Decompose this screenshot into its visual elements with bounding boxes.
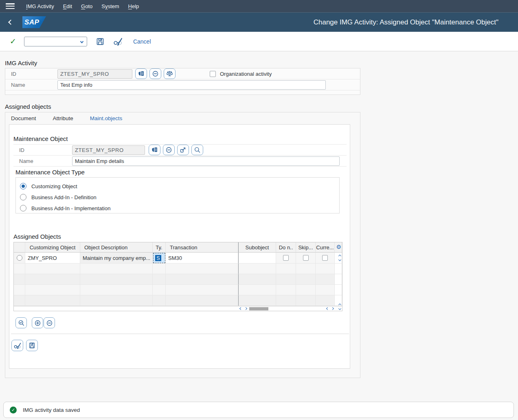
menu-edit[interactable]: Edit bbox=[63, 3, 72, 9]
img-activity-id-field[interactable] bbox=[57, 69, 132, 79]
assigned-objects-table: Customizing Object Object Description Ty… bbox=[13, 242, 342, 311]
display-change-icon[interactable] bbox=[113, 37, 123, 46]
menu-help[interactable]: Help bbox=[128, 3, 139, 9]
column-subobject[interactable]: Subobject bbox=[238, 242, 276, 253]
search-icon[interactable] bbox=[191, 145, 203, 155]
name-label: Name bbox=[13, 158, 72, 164]
radio-badi-implementation[interactable] bbox=[20, 205, 26, 211]
assigned-objects-table-heading: Assigned Objects bbox=[13, 233, 61, 240]
id-label: ID bbox=[13, 147, 72, 153]
column-skip[interactable]: Skip... bbox=[296, 242, 316, 253]
save-icon[interactable] bbox=[96, 37, 104, 46]
page-title: Change IMG Activity: Assigned Object "Ma… bbox=[314, 13, 498, 32]
assign-object-icon[interactable] bbox=[135, 68, 147, 79]
scroll-right-icon[interactable] bbox=[331, 307, 334, 310]
cancel-button[interactable]: Cancel bbox=[133, 38, 151, 45]
vertical-scroll-up-down[interactable] bbox=[339, 304, 341, 310]
maintenance-object-heading: Maintenance Object bbox=[13, 135, 68, 142]
column-type[interactable]: Ty. bbox=[153, 242, 166, 253]
application-toolbar: ✓ Cancel bbox=[0, 32, 518, 51]
hscroll-thumb[interactable] bbox=[249, 307, 268, 310]
bottom-toolbar bbox=[11, 340, 38, 351]
scroll-right-icon[interactable] bbox=[244, 307, 247, 310]
insert-row-icon[interactable] bbox=[32, 317, 43, 328]
delete-row-icon[interactable] bbox=[44, 317, 55, 328]
cell-type-selected[interactable]: S bbox=[153, 253, 166, 264]
column-do-not[interactable]: Do n.. bbox=[276, 242, 296, 253]
do-not-checkbox[interactable] bbox=[283, 255, 289, 261]
assigned-objects-heading: Assigned objects bbox=[5, 103, 51, 110]
back-icon[interactable] bbox=[9, 19, 13, 25]
id-label: ID bbox=[5, 71, 57, 77]
vertical-scroll-up-down[interactable] bbox=[339, 255, 341, 261]
radio-customizing-object[interactable] bbox=[20, 183, 26, 189]
column-transaction[interactable]: Transaction bbox=[166, 242, 238, 253]
status-text: IMG activity data saved bbox=[23, 407, 80, 413]
column-customizing-object[interactable]: Customizing Object bbox=[25, 242, 80, 253]
organizational-activity-checkbox[interactable] bbox=[210, 71, 216, 77]
skip-checkbox[interactable] bbox=[303, 255, 309, 261]
radio-badi-definition[interactable] bbox=[20, 194, 26, 200]
img-activity-heading: IMG Activity bbox=[5, 59, 37, 66]
cell-current[interactable] bbox=[316, 253, 335, 264]
display-change-icon[interactable] bbox=[11, 340, 23, 351]
menu-img-activity[interactable]: IMG Activity bbox=[26, 3, 54, 9]
vscroll-top bbox=[335, 253, 342, 264]
header-bar: SAP Change IMG Activity: Assigned Object… bbox=[0, 12, 518, 32]
tab-content-panel: Maintenance Object ID Name Maintenance O… bbox=[9, 124, 350, 369]
maintenance-object-name-field[interactable] bbox=[72, 156, 340, 166]
cell-subobject[interactable] bbox=[238, 253, 276, 264]
save-icon[interactable] bbox=[26, 340, 38, 351]
cell-do-not[interactable] bbox=[276, 253, 296, 264]
column-selector[interactable] bbox=[14, 242, 25, 253]
scroll-left-icon[interactable] bbox=[326, 307, 329, 310]
cell-object-description[interactable]: Maintain my company emp... bbox=[80, 253, 153, 264]
navigate-object-icon[interactable] bbox=[177, 145, 189, 155]
menu-system[interactable]: System bbox=[101, 3, 119, 9]
cell-transaction[interactable]: SM30 bbox=[166, 253, 238, 264]
img-activity-group: ID Organizational activity Name bbox=[5, 68, 360, 95]
cell-skip[interactable] bbox=[296, 253, 316, 264]
horizontal-scrollbar[interactable] bbox=[14, 306, 342, 311]
radio-label: Customizing Object bbox=[31, 183, 77, 189]
table-toolbar bbox=[15, 317, 55, 328]
assign-object-icon[interactable] bbox=[149, 145, 160, 155]
hamburger-icon[interactable] bbox=[6, 3, 15, 9]
row-selector[interactable] bbox=[14, 253, 25, 264]
radio-label: Business Add-In - Definition bbox=[31, 194, 97, 200]
detail-search-icon[interactable] bbox=[15, 317, 27, 328]
column-current[interactable]: Curre... bbox=[316, 242, 335, 253]
success-check-icon: ✓ bbox=[10, 407, 17, 413]
scales-icon[interactable] bbox=[164, 68, 176, 79]
maintenance-object-id-field[interactable] bbox=[72, 145, 145, 155]
menu-bar: IMG Activity Edit Goto System Help bbox=[0, 0, 518, 12]
cell-customizing-object[interactable]: ZMY_SPRO bbox=[25, 253, 80, 264]
command-field[interactable] bbox=[24, 37, 87, 46]
scroll-left-icon[interactable] bbox=[239, 307, 242, 310]
remove-assignment-icon[interactable] bbox=[163, 145, 175, 155]
menu-goto[interactable]: Goto bbox=[81, 3, 92, 9]
sap-logo: SAP bbox=[22, 16, 46, 28]
content-divider bbox=[11, 334, 349, 334]
img-activity-name-field[interactable] bbox=[57, 80, 326, 90]
name-label: Name bbox=[5, 82, 57, 88]
current-checkbox[interactable] bbox=[322, 255, 328, 261]
maintenance-object-type-heading: Maintenance Object Type bbox=[15, 169, 85, 176]
command-input[interactable] bbox=[26, 37, 78, 46]
maintenance-object-group: ID Name bbox=[13, 144, 347, 167]
organizational-activity-label: Organizational activity bbox=[220, 71, 272, 77]
status-bar-message[interactable]: ✓ IMG activity data saved bbox=[3, 402, 514, 418]
enter-check-icon[interactable]: ✓ bbox=[10, 37, 16, 46]
radio-label: Business Add-In - Implementation bbox=[31, 205, 110, 211]
chevron-down-icon[interactable] bbox=[80, 40, 83, 43]
row-select-radio[interactable] bbox=[17, 255, 22, 261]
maintenance-object-type-group: Customizing Object Business Add-In - Def… bbox=[15, 177, 340, 213]
column-object-description[interactable]: Object Description bbox=[80, 242, 153, 253]
remove-assignment-icon[interactable] bbox=[149, 68, 161, 79]
table-settings-gear-icon[interactable]: ⚙ bbox=[336, 244, 341, 250]
